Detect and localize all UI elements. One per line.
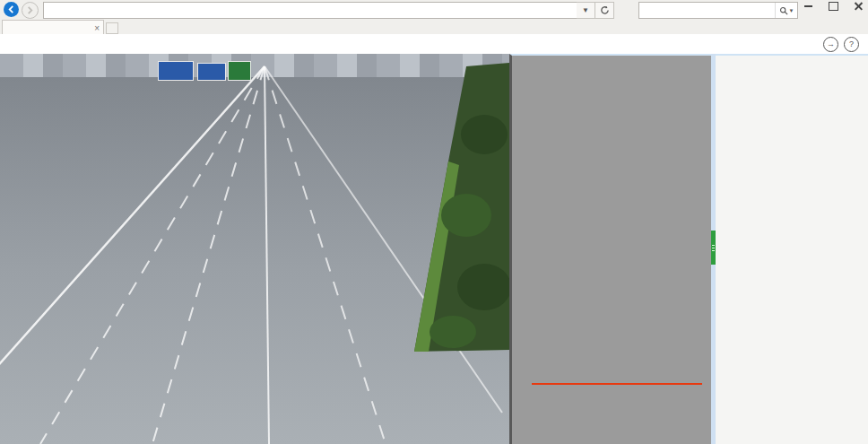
road-sign-blue [158, 61, 194, 81]
status-row [716, 56, 868, 72]
search-box[interactable]: ▼ [638, 2, 798, 19]
video-preview-pane [0, 54, 509, 444]
road-sign-blue [197, 63, 226, 81]
app-window: ▼ ▼ × [0, 0, 868, 444]
close-button[interactable] [852, 1, 864, 12]
new-tab-button[interactable] [106, 22, 118, 34]
forward-arrow-icon [26, 6, 34, 14]
app-nav-bar: → ? [0, 34, 868, 55]
search-dropdown-icon: ▼ [789, 8, 794, 13]
maximize-icon [829, 2, 838, 11]
window-controls [802, 0, 864, 13]
tiandy-logo [0, 34, 68, 54]
help-icon[interactable]: ? [844, 37, 859, 52]
road-sign-green [228, 61, 251, 81]
browser-tab[interactable]: × [2, 20, 104, 35]
section-position-line [532, 383, 702, 385]
browser-back-button[interactable] [4, 2, 19, 17]
minimize-button[interactable] [802, 1, 814, 12]
address-bar[interactable] [43, 2, 577, 19]
tab-close-icon[interactable]: × [91, 23, 103, 33]
address-bar-controls: ▼ [577, 2, 614, 17]
radar-plot [509, 54, 711, 444]
browser-tab-row: × [0, 20, 868, 34]
refresh-button[interactable] [595, 2, 614, 19]
search-button[interactable]: ▼ [775, 3, 797, 18]
radar-settings-panel [716, 54, 868, 444]
browser-address-row: ▼ ▼ [0, 0, 868, 20]
video-lane-markings [0, 54, 509, 444]
back-arrow-icon [7, 5, 15, 13]
logout-icon[interactable]: → [823, 37, 838, 52]
refresh-icon [600, 5, 610, 15]
browser-chrome: ▼ ▼ × [0, 0, 868, 35]
nav-user-area: → ? [818, 34, 868, 54]
search-icon [779, 6, 788, 15]
minimize-icon [804, 5, 812, 7]
maximize-button[interactable] [827, 1, 839, 12]
address-dropdown-button[interactable]: ▼ [577, 2, 595, 19]
radar-tracks [512, 56, 714, 444]
browser-forward-button[interactable] [22, 2, 39, 19]
